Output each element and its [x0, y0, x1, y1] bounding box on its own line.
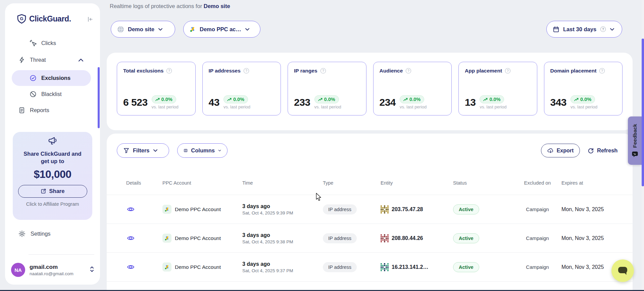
stat-card-value: 343 — [550, 97, 567, 108]
stat-delta-badge: 0.0% — [224, 95, 248, 103]
sidebar-item-blacklist[interactable]: Blacklist — [30, 88, 62, 100]
clickguard-dashboard: G ClickGuard. Clicks Threat — [0, 0, 644, 291]
stat-delta-badge: 0.0% — [400, 95, 424, 103]
trend-up-icon — [155, 98, 160, 101]
sidebar-item-settings[interactable]: Settings — [18, 228, 51, 240]
feedback-tab[interactable]: Feedback — [628, 116, 642, 165]
question-circle-icon: ? — [600, 26, 606, 32]
sidebar-item-exclusions[interactable]: Exclusions — [12, 70, 91, 86]
share-button[interactable]: Share — [18, 185, 87, 198]
status-badge: Active — [453, 262, 479, 272]
ban-icon — [30, 91, 37, 98]
table-row[interactable]: 3 days ago — [107, 281, 633, 291]
table-row[interactable]: Demo PPC Account 3 days ago Sat, Oct 4, … — [107, 224, 633, 252]
svg-text:?: ? — [245, 69, 247, 73]
table-row[interactable]: Demo PPC Account 3 days ago Sat, Oct 4, … — [107, 252, 633, 281]
question-circle-icon[interactable]: ? — [243, 68, 249, 74]
sidebar-collapse-icon[interactable] — [87, 16, 93, 24]
columns-icon — [184, 147, 188, 154]
svg-text:?: ? — [507, 69, 509, 73]
stat-delta-badge: 0.0% — [152, 95, 176, 103]
chevron-down-icon — [218, 149, 221, 152]
chevron-up-icon[interactable] — [78, 57, 84, 63]
entity-value: 16.213.141.2… — [392, 264, 428, 270]
affiliate-promo-card[interactable]: Share ClickGuard and get up to $10,000 S… — [13, 132, 92, 220]
google-ads-icon — [190, 26, 196, 33]
view-details-icon[interactable] — [127, 205, 135, 213]
filters-label: Filters — [133, 147, 150, 154]
col-header-status[interactable]: Status — [453, 180, 513, 186]
time-relative: 3 days ago — [242, 232, 323, 238]
sidebar-item-threat[interactable]: Threat — [18, 54, 94, 66]
question-circle-icon[interactable]: ? — [599, 68, 605, 74]
site-selector-value: Demo site — [128, 26, 154, 33]
cursor-click-icon — [30, 40, 37, 47]
chevron-down-icon — [245, 28, 250, 31]
stat-card-title: Audience — [380, 68, 403, 74]
question-circle-icon[interactable]: ? — [505, 68, 511, 74]
question-circle-icon[interactable]: ? — [166, 68, 172, 74]
stat-delta-value: 0.0% — [161, 97, 172, 102]
date-range-dropdown[interactable]: Last 30 days ? — [546, 21, 622, 38]
stat-card-value: 13 — [465, 97, 476, 108]
ppc-account-selector-dropdown[interactable]: Demo PPC ac… — [183, 21, 260, 38]
page-scrollbar-thumb[interactable] — [642, 39, 644, 186]
globe-icon — [117, 26, 124, 33]
entity-identicon — [381, 263, 389, 271]
stat-card-value: 43 — [209, 97, 219, 108]
export-button[interactable]: Export — [541, 144, 580, 157]
brand-logo[interactable]: G ClickGuard. — [17, 14, 71, 24]
col-header-details[interactable]: Details — [126, 180, 162, 186]
sidebar-item-clicks[interactable]: Clicks — [30, 37, 56, 49]
stat-delta-caption: vs. last period — [152, 104, 179, 109]
stat-card: Total exclusions ? 6 523 — [117, 62, 196, 115]
expires-at-value: Mon, Nov 3, 2025 — [561, 235, 626, 241]
account-menu[interactable]: NA gmail.com naatali.ro@gmail.com — [11, 263, 94, 277]
chat-launcher-button[interactable] — [611, 259, 634, 282]
account-name: gmail.com — [30, 264, 73, 271]
megaphone-icon — [48, 137, 58, 146]
gear-icon — [18, 230, 26, 237]
columns-dropdown[interactable]: Columns — [177, 143, 228, 158]
col-header-time[interactable]: Time — [242, 180, 323, 186]
calendar-icon — [553, 26, 559, 33]
divider — [29, 254, 94, 255]
table-row[interactable]: Demo PPC Account 3 days ago Sat, Oct 4, … — [107, 195, 633, 224]
share-button-label: Share — [49, 188, 65, 194]
sidebar-scrollbar-thumb[interactable] — [98, 67, 100, 128]
sidebar-item-reports[interactable]: Reports — [18, 104, 49, 116]
sidebar-item-label: Clicks — [41, 40, 56, 46]
affiliate-link[interactable]: Click to Affiliate Program — [17, 201, 88, 207]
promo-amount: $10,000 — [17, 168, 88, 181]
col-header-expires-at[interactable]: Expires at — [561, 180, 626, 186]
stat-delta-caption: vs. last period — [480, 104, 506, 109]
site-selector-dropdown[interactable]: Demo site — [111, 21, 175, 38]
view-details-icon[interactable] — [127, 263, 135, 271]
col-header-excluded-on[interactable]: Excluded on — [524, 180, 551, 186]
question-circle-icon[interactable]: ? — [405, 68, 411, 74]
stat-delta-caption: vs. last period — [224, 104, 250, 109]
document-icon — [18, 107, 25, 114]
subtitle-site-name: Demo site — [204, 3, 230, 9]
trend-up-icon — [403, 98, 408, 101]
refresh-button[interactable]: Refresh — [588, 144, 617, 157]
question-circle-icon[interactable]: ? — [320, 68, 326, 74]
table-body: Demo PPC Account 3 days ago Sat, Oct 4, … — [107, 195, 633, 291]
sidebar-item-label: Threat — [30, 57, 46, 63]
col-header-type[interactable]: Type — [323, 180, 381, 186]
settings-label: Settings — [31, 231, 51, 237]
stat-card: IP ranges ? 233 — [288, 62, 366, 115]
export-label: Export — [557, 148, 574, 154]
feedback-label: Feedback — [632, 124, 638, 148]
view-details-icon[interactable] — [127, 234, 135, 242]
col-header-entity[interactable]: Entity — [381, 180, 453, 186]
col-header-ppc-account[interactable]: PPC Account — [162, 180, 242, 186]
time-absolute: Sat, Oct 4, 2025 9:37 PM — [242, 268, 323, 273]
trend-up-icon — [227, 98, 232, 101]
svg-text:?: ? — [407, 69, 409, 73]
chevron-updown-icon — [90, 266, 94, 274]
columns-label: Columns — [191, 147, 215, 154]
entity-value: 208.80.44.26 — [392, 235, 423, 241]
chevron-down-icon — [158, 28, 163, 31]
filters-dropdown[interactable]: Filters — [117, 143, 169, 158]
